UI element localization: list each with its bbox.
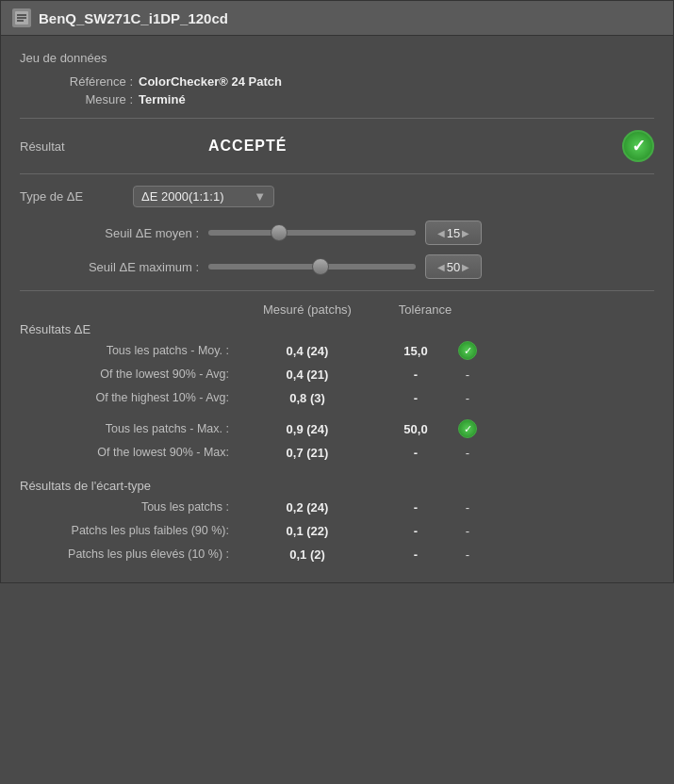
row-no-icon: - [453, 524, 482, 538]
mean-threshold-label: Seuil ΔE moyen : [20, 226, 199, 240]
mean-threshold-row: Seuil ΔE moyen : ◀ 15 ▶ [20, 220, 654, 245]
table-header: Mesuré (patchs) Tolérance [20, 302, 654, 317]
row-no-icon: - [453, 547, 482, 562]
reference-value: ColorChecker® 24 Patch [139, 74, 282, 89]
window-icon [12, 8, 31, 27]
col-measured-header: Mesuré (patchs) [237, 302, 378, 317]
window-title: BenQ_SW271C_i1DP_120cd [39, 10, 228, 26]
spacer [20, 411, 654, 418]
row-tolerance: 15,0 [378, 344, 453, 358]
row-measured: 0,2 (24) [237, 500, 378, 514]
delta-e-type-label: Type de ΔE [20, 189, 133, 204]
row-measured: 0,4 (24) [237, 344, 378, 358]
row-label: Tous les patchs - Moy. : [20, 344, 237, 357]
row-label: Patchs les plus faibles (90 %): [20, 524, 237, 537]
title-bar: BenQ_SW271C_i1DP_120cd [1, 1, 673, 36]
table-row: Of the highest 10% - Avg: 0,8 (3) - - [20, 387, 654, 408]
delta-e-type-row: Type de ΔE ΔE 2000(1:1:1) ▼ [20, 186, 654, 207]
max-threshold-thumb[interactable] [312, 258, 329, 275]
table-row: Tous les patchs - Moy. : 0,4 (24) 15,0 ✓ [20, 340, 654, 361]
data-block: Référence : ColorChecker® 24 Patch Mesur… [20, 74, 654, 106]
table-row: Tous les patchs : 0,2 (24) - - [20, 497, 654, 517]
small-check-icon: ✓ [458, 419, 477, 438]
mean-threshold-value: 15 [447, 226, 460, 240]
table-row: Of the lowest 90% - Avg: 0,4 (21) - - [20, 364, 654, 384]
svg-rect-3 [17, 20, 24, 22]
row-label: Patchs les plus élevés (10 %) : [20, 547, 237, 561]
measure-label: Mesure : [20, 92, 133, 106]
row-no-icon: - [453, 391, 482, 405]
row-tolerance: - [378, 391, 453, 405]
max-dec-arrow[interactable]: ◀ [436, 262, 447, 272]
row-check-icon: ✓ [453, 419, 482, 438]
row-label: Tous les patchs - Max. : [20, 422, 237, 435]
table-row: Of the lowest 90% - Max: 0,7 (21) - - [20, 442, 654, 463]
small-check-icon: ✓ [458, 341, 477, 360]
max-threshold-value: 50 [447, 260, 460, 274]
reference-row: Référence : ColorChecker® 24 Patch [20, 74, 654, 89]
mean-threshold-slider[interactable] [208, 230, 416, 236]
dropdown-value: ΔE 2000(1:1:1) [141, 189, 223, 204]
row-measured: 0,9 (24) [237, 422, 378, 436]
mean-dec-arrow[interactable]: ◀ [436, 228, 447, 238]
result-label: Résultat [20, 139, 208, 154]
max-threshold-label: Seuil ΔE maximum : [20, 260, 199, 274]
row-tolerance: - [378, 500, 453, 514]
main-window: BenQ_SW271C_i1DP_120cd Jeu de données Ré… [0, 0, 674, 583]
row-tolerance: - [378, 446, 453, 460]
row-no-icon: - [453, 368, 482, 382]
reference-label: Référence : [20, 74, 133, 89]
measure-value: Terminé [139, 92, 186, 106]
delta-e-section-title: Résultats ΔE [20, 322, 654, 336]
max-threshold-row: Seuil ΔE maximum : ◀ 50 ▶ [20, 254, 654, 279]
dash-icon: - [466, 547, 469, 562]
row-check-icon: ✓ [453, 341, 482, 360]
row-label: Of the highest 10% - Avg: [20, 391, 237, 404]
result-row: Résultat ACCEPTÉ ✓ [20, 130, 654, 162]
dash-icon: - [466, 446, 469, 460]
data-section-label: Jeu de données [20, 51, 654, 65]
row-measured: 0,4 (21) [237, 368, 378, 382]
std-section-title: Résultats de l'écart-type [20, 479, 654, 493]
divider-2 [20, 173, 654, 174]
result-check-icon: ✓ [622, 130, 654, 162]
measure-row: Mesure : Terminé [20, 92, 654, 106]
result-value: ACCEPTÉ [208, 138, 287, 155]
row-no-icon: - [453, 446, 482, 460]
row-tolerance: - [378, 368, 453, 382]
mean-threshold-thumb[interactable] [271, 224, 288, 241]
row-tolerance: 50,0 [378, 422, 453, 436]
divider-3 [20, 290, 654, 291]
row-label: Tous les patchs : [20, 500, 237, 514]
dash-icon: - [466, 391, 469, 405]
chevron-down-icon: ▼ [254, 189, 266, 204]
dash-icon: - [466, 500, 469, 514]
row-measured: 0,1 (2) [237, 547, 378, 562]
table-row: Patchs les plus faibles (90 %): 0,1 (22)… [20, 520, 654, 541]
table-row: Patchs les plus élevés (10 %) : 0,1 (2) … [20, 544, 654, 564]
content-area: Jeu de données Référence : ColorChecker®… [1, 36, 673, 582]
max-inc-arrow[interactable]: ▶ [460, 262, 471, 272]
row-measured: 0,8 (3) [237, 391, 378, 405]
row-tolerance: - [378, 547, 453, 562]
svg-rect-2 [17, 17, 26, 19]
svg-rect-1 [17, 14, 26, 16]
table-row: Tous les patchs - Max. : 0,9 (24) 50,0 ✓ [20, 418, 654, 439]
row-tolerance: - [378, 524, 453, 538]
dash-icon: - [466, 524, 469, 538]
max-threshold-slider[interactable] [208, 264, 416, 270]
col-tolerance-header: Tolérance [378, 302, 472, 317]
dash-icon: - [466, 368, 469, 382]
row-label: Of the lowest 90% - Max: [20, 446, 237, 459]
mean-inc-arrow[interactable]: ▶ [460, 228, 471, 238]
row-no-icon: - [453, 500, 482, 514]
delta-e-dropdown[interactable]: ΔE 2000(1:1:1) ▼ [133, 186, 274, 207]
row-measured: 0,7 (21) [237, 446, 378, 460]
mean-threshold-value-box: ◀ 15 ▶ [425, 220, 482, 245]
row-label: Of the lowest 90% - Avg: [20, 368, 237, 381]
spacer [20, 466, 654, 473]
row-measured: 0,1 (22) [237, 524, 378, 538]
max-threshold-value-box: ◀ 50 ▶ [425, 254, 482, 279]
divider-1 [20, 118, 654, 119]
